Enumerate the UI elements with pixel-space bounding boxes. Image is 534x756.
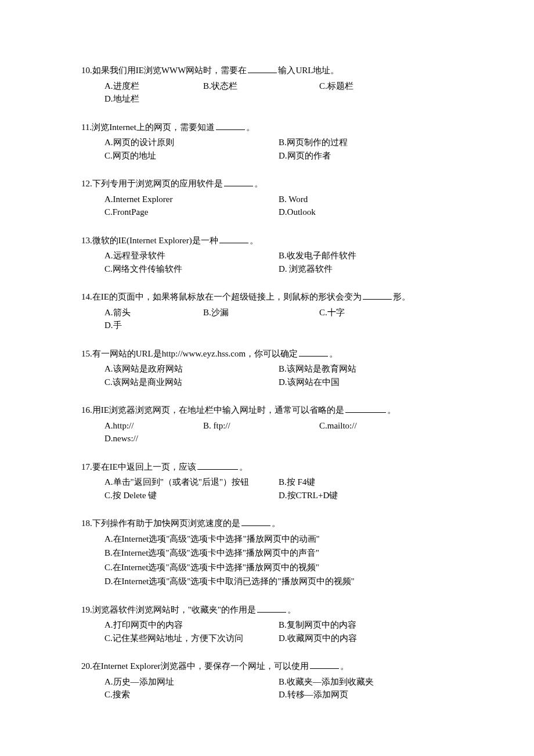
question-text-post: 形。 bbox=[393, 292, 410, 301]
option-a: A.该网站是政府网站 bbox=[104, 362, 279, 376]
question-text-post: 。 bbox=[239, 462, 248, 471]
option-c: C.记住某些网站地址，方便下次访问 bbox=[104, 632, 279, 645]
question-12: 12.下列专用于浏览网页的应用软件是。A.Internet ExplorerB.… bbox=[81, 177, 453, 219]
option-row: A.打印网页中的内容B.复制网页中的内容 bbox=[104, 618, 453, 632]
fill-blank bbox=[224, 177, 253, 186]
options-2col: A.Internet ExplorerB. WordC.FrontPageD.O… bbox=[81, 193, 453, 219]
fill-blank bbox=[310, 660, 339, 669]
option-b: B.收藏夹—添加到收藏夹 bbox=[279, 675, 374, 689]
question-11: 11.浏览Internet上的网页，需要知道。A.网页的设计原则B.网页制作的过… bbox=[81, 121, 453, 163]
options-row: A.箭头B.沙漏C.十字D.手 bbox=[81, 306, 453, 332]
option-row: A.远程登录软件B.收发电子邮件软件 bbox=[104, 249, 453, 262]
question-text-post: 。 bbox=[272, 519, 280, 528]
option-c: C.FrontPage bbox=[104, 206, 279, 219]
option-a: A.历史—添加网址 bbox=[104, 675, 279, 689]
question-text-pre: 浏览Internet上的网页，需要知道 bbox=[92, 123, 215, 132]
question-number: 14. bbox=[81, 292, 92, 301]
option-a: A.打印网页中的内容 bbox=[104, 618, 279, 632]
question-text-post: 。 bbox=[287, 605, 296, 614]
question-text-post: 。 bbox=[254, 179, 263, 188]
options-2col: A.打印网页中的内容B.复制网页中的内容C.记住某些网站地址，方便下次访问D.收… bbox=[81, 618, 453, 645]
question-text: 17.要在IE中返回上一页，应该。 bbox=[81, 460, 453, 474]
question-text: 20.在Internet Explorer浏览器中，要保存一个网址，可以使用。 bbox=[81, 660, 453, 673]
option-c: C.在Internet选项"高级"选项卡中选择"播放网页中的视频" bbox=[104, 561, 453, 574]
question-14: 14.在IE的页面中，如果将鼠标放在一个超级链接上，则鼠标的形状会变为形。A.箭… bbox=[81, 290, 453, 332]
question-text: 16.用IE浏览器浏览网页，在地址栏中输入网址时，通常可以省略的是。 bbox=[81, 404, 453, 417]
option-row: C.搜索D.转移—添加网页 bbox=[104, 688, 453, 701]
question-text-pre: 在IE的页面中，如果将鼠标放在一个超级链接上，则鼠标的形状会变为 bbox=[92, 292, 362, 301]
question-17: 17.要在IE中返回上一页，应该。A.单击"返回到"（或者说"后退"）按钮B.按… bbox=[81, 460, 453, 502]
question-text: 12.下列专用于浏览网页的应用软件是。 bbox=[81, 177, 453, 190]
options-row: A.http://B. ftp://C.mailto://D.news:// bbox=[81, 419, 453, 445]
options-2col: A.网页的设计原则B.网页制作的过程C.网页的地址D.网页的作者 bbox=[81, 136, 453, 162]
fill-blank bbox=[219, 234, 248, 243]
option-b: B.按 F4键 bbox=[279, 476, 315, 489]
option-row: A.Internet ExplorerB. Word bbox=[104, 193, 453, 206]
question-text: 19.浏览器软件浏览网站时，"收藏夹"的作用是。 bbox=[81, 603, 453, 617]
question-text-pre: 浏览器软件浏览网站时，"收藏夹"的作用是 bbox=[92, 605, 256, 614]
option-row: A.单击"返回到"（或者说"后退"）按钮B.按 F4键 bbox=[104, 476, 453, 489]
option-row: C.该网站是商业网站D.该网站在中国 bbox=[104, 376, 453, 389]
option-a: A.http:// bbox=[104, 419, 203, 433]
question-number: 17. bbox=[81, 462, 92, 471]
question-number: 15. bbox=[81, 349, 92, 358]
option-row: C.网页的地址D.网页的作者 bbox=[104, 149, 453, 163]
question-20: 20.在Internet Explorer浏览器中，要保存一个网址，可以使用。A… bbox=[81, 660, 453, 701]
options-2col: A.远程登录软件B.收发电子邮件软件C.网络文件传输软件D. 浏览器软件 bbox=[81, 249, 453, 275]
option-b: B.网页制作的过程 bbox=[279, 136, 348, 149]
question-text-post: 。 bbox=[387, 405, 396, 415]
question-text: 11.浏览Internet上的网页，需要知道。 bbox=[81, 121, 453, 134]
option-b: B.收发电子邮件软件 bbox=[279, 249, 356, 262]
question-text: 14.在IE的页面中，如果将鼠标放在一个超级链接上，则鼠标的形状会变为形。 bbox=[81, 290, 453, 304]
fill-blank bbox=[257, 603, 286, 613]
option-row: C.按 Delete 键D.按CTRL+D键 bbox=[104, 489, 453, 502]
option-a: A.远程登录软件 bbox=[104, 249, 279, 262]
question-number: 12. bbox=[81, 179, 92, 188]
option-b: B.状态栏 bbox=[203, 80, 319, 93]
question-number: 11. bbox=[81, 123, 92, 132]
option-a: A.Internet Explorer bbox=[104, 193, 279, 206]
question-text: 18.下列操作有助于加快网页浏览速度的是。 bbox=[81, 517, 453, 530]
option-b: B.在Internet选项"高级"选项卡中选择"播放网页中的声音" bbox=[104, 546, 453, 560]
option-row: C.记住某些网站地址，方便下次访问D.收藏网页中的内容 bbox=[104, 632, 453, 645]
option-a: A.进度栏 bbox=[104, 80, 203, 93]
option-row: A.该网站是政府网站B.该网站是教育网站 bbox=[104, 362, 453, 376]
question-number: 19. bbox=[81, 605, 92, 614]
options-stack: A.在Internet选项"高级"选项卡中选择"播放网页中的动画"B.在Inte… bbox=[81, 532, 453, 588]
option-c: C.网络文件传输软件 bbox=[104, 262, 279, 276]
option-row: C.FrontPageD.Outlook bbox=[104, 206, 453, 219]
question-18: 18.下列操作有助于加快网页浏览速度的是。A.在Internet选项"高级"选项… bbox=[81, 517, 453, 588]
question-15: 15.有一网站的URL是http://www.eyz.hss.com，你可以确定… bbox=[81, 347, 453, 389]
option-b: B.复制网页中的内容 bbox=[279, 618, 356, 632]
question-16: 16.用IE浏览器浏览网页，在地址栏中输入网址时，通常可以省略的是。A.http… bbox=[81, 404, 453, 445]
option-c: C.该网站是商业网站 bbox=[104, 376, 279, 389]
option-row: A.历史—添加网址B.收藏夹—添加到收藏夹 bbox=[104, 675, 453, 689]
option-c: C.按 Delete 键 bbox=[104, 489, 279, 502]
option-b: B.沙漏 bbox=[203, 306, 319, 319]
question-text-pre: 下列专用于浏览网页的应用软件是 bbox=[92, 179, 223, 188]
fill-blank bbox=[345, 404, 386, 413]
fill-blank bbox=[241, 517, 270, 526]
option-a: A.在Internet选项"高级"选项卡中选择"播放网页中的动画" bbox=[104, 532, 453, 546]
question-text-pre: 微软的IE(Internet Explorer)是一种 bbox=[92, 236, 218, 245]
question-text-post: 。 bbox=[246, 123, 255, 132]
question-text: 15.有一网站的URL是http://www.eyz.hss.com，你可以确定… bbox=[81, 347, 453, 361]
option-row: C.网络文件传输软件D. 浏览器软件 bbox=[104, 262, 453, 276]
option-d: D.手 bbox=[104, 319, 174, 332]
option-row: A.网页的设计原则B.网页制作的过程 bbox=[104, 136, 453, 149]
question-text-pre: 在Internet Explorer浏览器中，要保存一个网址，可以使用 bbox=[92, 661, 309, 671]
fill-blank bbox=[197, 460, 238, 470]
question-text: 13.微软的IE(Internet Explorer)是一种。 bbox=[81, 234, 453, 247]
option-d: D.news:// bbox=[104, 432, 174, 445]
option-d: D. 浏览器软件 bbox=[279, 262, 333, 276]
question-text-pre: 下列操作有助于加快网页浏览速度的是 bbox=[92, 519, 240, 528]
option-a: A.单击"返回到"（或者说"后退"）按钮 bbox=[104, 476, 279, 489]
option-c: C.搜索 bbox=[104, 688, 279, 701]
fill-blank bbox=[299, 347, 328, 357]
document-content: 10.如果我们用IE浏览WWW网站时，需要在输入URL地址。A.进度栏B.状态栏… bbox=[81, 64, 453, 701]
question-number: 20. bbox=[81, 661, 92, 671]
option-a: A.网页的设计原则 bbox=[104, 136, 279, 149]
option-c: C.标题栏 bbox=[319, 80, 400, 93]
question-text-pre: 有一网站的URL是http://www.eyz.hss.com，你可以确定 bbox=[92, 349, 298, 358]
option-d: D.地址栏 bbox=[104, 92, 174, 106]
